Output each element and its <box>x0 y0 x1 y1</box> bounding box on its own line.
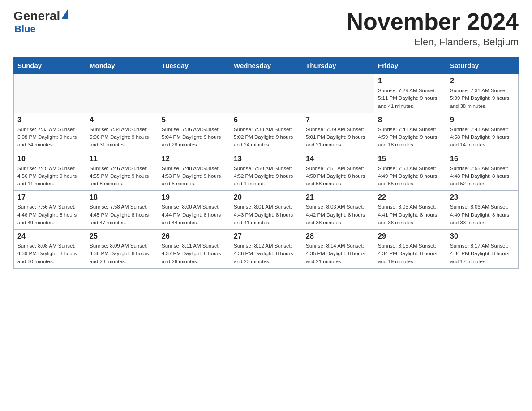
calendar-cell: 23Sunrise: 8:06 AM Sunset: 4:40 PM Dayli… <box>446 191 519 230</box>
day-number: 28 <box>306 232 370 240</box>
calendar-cell <box>230 74 302 113</box>
calendar-week-row: 10Sunrise: 7:45 AM Sunset: 4:56 PM Dayli… <box>14 152 519 191</box>
calendar-table: SundayMondayTuesdayWednesdayThursdayFrid… <box>13 57 519 269</box>
day-number: 22 <box>378 193 442 201</box>
calendar-cell: 24Sunrise: 8:08 AM Sunset: 4:39 PM Dayli… <box>14 230 86 269</box>
day-number: 3 <box>17 116 82 124</box>
day-header-wednesday: Wednesday <box>230 57 302 74</box>
day-info: Sunrise: 7:38 AM Sunset: 5:02 PM Dayligh… <box>234 126 298 149</box>
calendar-cell: 8Sunrise: 7:41 AM Sunset: 4:59 PM Daylig… <box>374 113 446 152</box>
day-number: 21 <box>306 193 370 201</box>
day-info: Sunrise: 7:50 AM Sunset: 4:52 PM Dayligh… <box>234 165 298 188</box>
day-info: Sunrise: 7:58 AM Sunset: 4:45 PM Dayligh… <box>90 203 154 227</box>
header: General Blue November 2024 Elen, Flander… <box>13 9 519 48</box>
day-info: Sunrise: 7:55 AM Sunset: 4:48 PM Dayligh… <box>450 165 515 188</box>
day-header-monday: Monday <box>86 57 158 74</box>
calendar-subtitle: Elen, Flanders, Belgium <box>347 36 519 48</box>
logo-triangle-icon <box>61 9 68 19</box>
calendar-cell: 14Sunrise: 7:51 AM Sunset: 4:50 PM Dayli… <box>302 152 374 191</box>
day-number: 19 <box>162 193 226 201</box>
calendar-cell: 17Sunrise: 7:56 AM Sunset: 4:46 PM Dayli… <box>14 191 86 230</box>
day-number: 5 <box>162 116 226 124</box>
calendar-cell: 5Sunrise: 7:36 AM Sunset: 5:04 PM Daylig… <box>158 113 230 152</box>
calendar-cell: 16Sunrise: 7:55 AM Sunset: 4:48 PM Dayli… <box>446 152 519 191</box>
calendar-cell: 7Sunrise: 7:39 AM Sunset: 5:01 PM Daylig… <box>302 113 374 152</box>
day-number: 23 <box>450 193 515 201</box>
calendar-cell: 12Sunrise: 7:48 AM Sunset: 4:53 PM Dayli… <box>158 152 230 191</box>
calendar-cell: 3Sunrise: 7:33 AM Sunset: 5:08 PM Daylig… <box>14 113 86 152</box>
day-info: Sunrise: 7:45 AM Sunset: 4:56 PM Dayligh… <box>17 165 82 188</box>
day-number: 4 <box>90 116 154 124</box>
calendar-cell <box>302 74 374 113</box>
calendar-cell: 22Sunrise: 8:05 AM Sunset: 4:41 PM Dayli… <box>374 191 446 230</box>
day-number: 14 <box>306 155 370 163</box>
day-info: Sunrise: 7:34 AM Sunset: 5:06 PM Dayligh… <box>90 126 154 149</box>
calendar-header-row: SundayMondayTuesdayWednesdayThursdayFrid… <box>14 57 519 74</box>
calendar-cell: 27Sunrise: 8:12 AM Sunset: 4:36 PM Dayli… <box>230 230 302 269</box>
calendar-cell: 13Sunrise: 7:50 AM Sunset: 4:52 PM Dayli… <box>230 152 302 191</box>
day-info: Sunrise: 8:12 AM Sunset: 4:36 PM Dayligh… <box>234 242 298 265</box>
day-number: 29 <box>378 232 442 240</box>
day-number: 6 <box>234 116 298 124</box>
calendar-week-row: 3Sunrise: 7:33 AM Sunset: 5:08 PM Daylig… <box>14 113 519 152</box>
day-header-thursday: Thursday <box>302 57 374 74</box>
calendar-cell: 30Sunrise: 8:17 AM Sunset: 4:34 PM Dayli… <box>446 230 519 269</box>
day-info: Sunrise: 8:08 AM Sunset: 4:39 PM Dayligh… <box>17 242 82 265</box>
day-number: 18 <box>90 193 154 201</box>
day-number: 17 <box>17 193 82 201</box>
calendar-cell: 1Sunrise: 7:29 AM Sunset: 5:11 PM Daylig… <box>374 74 446 113</box>
day-info: Sunrise: 8:14 AM Sunset: 4:35 PM Dayligh… <box>306 242 370 265</box>
logo-blue-text: Blue <box>14 23 68 35</box>
day-header-tuesday: Tuesday <box>158 57 230 74</box>
day-number: 10 <box>17 155 82 163</box>
day-info: Sunrise: 8:01 AM Sunset: 4:43 PM Dayligh… <box>234 203 298 227</box>
day-number: 25 <box>90 232 154 240</box>
day-number: 26 <box>162 232 226 240</box>
day-info: Sunrise: 7:56 AM Sunset: 4:46 PM Dayligh… <box>17 203 82 227</box>
calendar-cell: 26Sunrise: 8:11 AM Sunset: 4:37 PM Dayli… <box>158 230 230 269</box>
logo: General Blue <box>13 9 68 35</box>
day-info: Sunrise: 8:09 AM Sunset: 4:38 PM Dayligh… <box>90 242 154 265</box>
calendar-cell: 19Sunrise: 8:00 AM Sunset: 4:44 PM Dayli… <box>158 191 230 230</box>
calendar-cell <box>158 74 230 113</box>
day-header-friday: Friday <box>374 57 446 74</box>
day-number: 2 <box>450 77 515 85</box>
day-info: Sunrise: 8:15 AM Sunset: 4:34 PM Dayligh… <box>378 242 442 265</box>
day-header-saturday: Saturday <box>446 57 519 74</box>
day-info: Sunrise: 7:53 AM Sunset: 4:49 PM Dayligh… <box>378 165 442 188</box>
day-info: Sunrise: 7:29 AM Sunset: 5:11 PM Dayligh… <box>378 87 442 110</box>
calendar-cell <box>14 74 86 113</box>
day-info: Sunrise: 7:41 AM Sunset: 4:59 PM Dayligh… <box>378 126 442 149</box>
day-number: 27 <box>234 232 298 240</box>
calendar-week-row: 17Sunrise: 7:56 AM Sunset: 4:46 PM Dayli… <box>14 191 519 230</box>
day-info: Sunrise: 7:43 AM Sunset: 4:58 PM Dayligh… <box>450 126 515 149</box>
day-info: Sunrise: 8:06 AM Sunset: 4:40 PM Dayligh… <box>450 203 515 227</box>
day-number: 16 <box>450 155 515 163</box>
day-number: 1 <box>378 77 442 85</box>
day-number: 24 <box>17 232 82 240</box>
calendar-title: November 2024 <box>347 9 519 34</box>
day-info: Sunrise: 7:36 AM Sunset: 5:04 PM Dayligh… <box>162 126 226 149</box>
day-number: 30 <box>450 232 515 240</box>
calendar-cell: 25Sunrise: 8:09 AM Sunset: 4:38 PM Dayli… <box>86 230 158 269</box>
day-info: Sunrise: 8:03 AM Sunset: 4:42 PM Dayligh… <box>306 203 370 227</box>
calendar-cell: 18Sunrise: 7:58 AM Sunset: 4:45 PM Dayli… <box>86 191 158 230</box>
calendar-cell: 11Sunrise: 7:46 AM Sunset: 4:55 PM Dayli… <box>86 152 158 191</box>
day-number: 15 <box>378 155 442 163</box>
day-info: Sunrise: 7:31 AM Sunset: 5:09 PM Dayligh… <box>450 87 515 110</box>
day-info: Sunrise: 7:46 AM Sunset: 4:55 PM Dayligh… <box>90 165 154 188</box>
calendar-cell: 4Sunrise: 7:34 AM Sunset: 5:06 PM Daylig… <box>86 113 158 152</box>
calendar-cell: 20Sunrise: 8:01 AM Sunset: 4:43 PM Dayli… <box>230 191 302 230</box>
calendar-cell: 15Sunrise: 7:53 AM Sunset: 4:49 PM Dayli… <box>374 152 446 191</box>
calendar-cell: 21Sunrise: 8:03 AM Sunset: 4:42 PM Dayli… <box>302 191 374 230</box>
day-number: 20 <box>234 193 298 201</box>
day-info: Sunrise: 8:00 AM Sunset: 4:44 PM Dayligh… <box>162 203 226 227</box>
title-area: November 2024 Elen, Flanders, Belgium <box>347 9 519 48</box>
day-info: Sunrise: 8:05 AM Sunset: 4:41 PM Dayligh… <box>378 203 442 227</box>
calendar-cell: 29Sunrise: 8:15 AM Sunset: 4:34 PM Dayli… <box>374 230 446 269</box>
day-number: 7 <box>306 116 370 124</box>
day-info: Sunrise: 8:11 AM Sunset: 4:37 PM Dayligh… <box>162 242 226 265</box>
day-info: Sunrise: 7:33 AM Sunset: 5:08 PM Dayligh… <box>17 126 82 149</box>
day-info: Sunrise: 7:51 AM Sunset: 4:50 PM Dayligh… <box>306 165 370 188</box>
day-number: 13 <box>234 155 298 163</box>
